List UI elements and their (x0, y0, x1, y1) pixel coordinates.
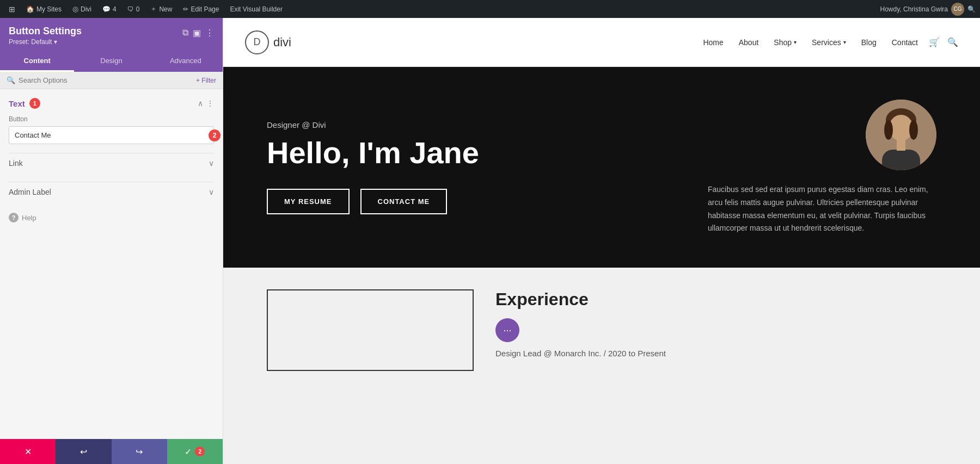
experience-subtitle: Design Lead @ Monarch Inc. / 2020 to Pre… (495, 349, 666, 358)
help-section[interactable]: ? Help (9, 213, 214, 222)
nav-search-icon[interactable]: 🔍 (947, 37, 958, 47)
hero-title: Hello, I'm Jane (267, 136, 479, 170)
website-preview: D divi Home About Shop ▾ Services ▾ (223, 18, 980, 464)
divi-logo-icon: ◎ (72, 5, 78, 13)
divi-menu[interactable]: ◎ Divi (68, 0, 96, 18)
resume-button[interactable]: MY RESUME (267, 189, 350, 214)
button-field-group: Button 2 (9, 115, 214, 144)
section-more-icon[interactable]: ⋮ (206, 99, 214, 108)
experience-section: Experience ··· Design Lead @ Monarch Inc… (223, 268, 980, 464)
main-layout: Button Settings Preset: Default ▾ ⧉ ▣ ⋮ … (0, 18, 980, 464)
experience-icon[interactable]: ··· (495, 318, 519, 342)
hero-description: Faucibus sed sed erat ipsum purus egesta… (708, 183, 936, 235)
admin-bar: ⊞ 🏠 My Sites ◎ Divi 💬 4 🗨 0 ＋ New ✏ Edit… (0, 0, 980, 18)
input-badge: 2 (209, 129, 220, 141)
layout-icon[interactable]: ▣ (193, 28, 201, 38)
new-button[interactable]: ＋ New (146, 0, 176, 18)
cancel-button[interactable]: ✕ (0, 439, 56, 464)
undo-button[interactable]: ↩ (56, 439, 111, 464)
nav-blog[interactable]: Blog (861, 38, 877, 47)
search-icon[interactable]: 🔍 (967, 5, 976, 13)
bottom-action-bar: ✕ ↩ ↪ ✓ 2 (0, 439, 223, 464)
admin-label-section: Admin Label ∨ (9, 182, 214, 202)
filter-button[interactable]: + Filter (196, 77, 216, 84)
search-icon: 🔍 (7, 76, 15, 84)
text-section-title: Text (9, 99, 25, 108)
panel-preset[interactable]: Preset: Default ▾ (9, 38, 82, 46)
bubble-icon: 🗨 (127, 5, 134, 13)
link-section-header[interactable]: Link ∨ (9, 153, 214, 173)
panel-header-icons: ⧉ ▣ ⋮ (182, 28, 214, 38)
link-section: Link ∨ (9, 153, 214, 173)
admin-bar-right: Howdy, Christina Gwira CG 🔍 (880, 3, 976, 16)
button-input-wrapper: 2 (9, 126, 214, 144)
panel-title: Button Settings (9, 26, 82, 37)
svg-rect-6 (897, 140, 905, 151)
redo-button[interactable]: ↪ (112, 439, 167, 464)
panel-header: Button Settings Preset: Default ▾ ⧉ ▣ ⋮ (0, 18, 223, 51)
search-bar: 🔍 + Filter (0, 72, 223, 89)
exit-visual-builder-button[interactable]: Exit Visual Builder (225, 0, 287, 18)
edit-icon: ✏ (183, 5, 188, 13)
comments-count[interactable]: 💬 4 (98, 0, 121, 18)
tab-content[interactable]: Content (0, 51, 74, 72)
nav-about[interactable]: About (739, 38, 759, 47)
hero-buttons: MY RESUME CONTACT ME (267, 189, 479, 214)
site-nav-links: Home About Shop ▾ Services ▾ Blog Contac (703, 38, 918, 47)
nav-home[interactable]: Home (703, 38, 723, 47)
exp-right: Experience ··· Design Lead @ Monarch Inc… (495, 289, 666, 358)
svg-point-3 (884, 120, 893, 140)
hero-left: Designer @ Divi Hello, I'm Jane MY RESUM… (267, 120, 479, 215)
admin-label-header[interactable]: Admin Label ∨ (9, 182, 214, 202)
link-section-title: Link (9, 159, 23, 168)
panel-tabs: Content Design Advanced (0, 51, 223, 72)
button-text-input[interactable] (9, 126, 214, 144)
my-sites-menu[interactable]: 🏠 My Sites (22, 0, 66, 18)
avatar-svg (866, 100, 936, 170)
exp-left-visual (267, 289, 474, 371)
comment-icon: 💬 (102, 5, 111, 13)
wp-logo[interactable]: ⊞ (4, 0, 20, 18)
save-badge: 2 (195, 447, 205, 456)
cart-icon[interactable]: 🛒 (929, 37, 940, 47)
link-chevron-icon[interactable]: ∨ (209, 159, 214, 168)
nav-contact[interactable]: Contact (892, 38, 918, 47)
plus-icon: ＋ (150, 4, 157, 14)
user-avatar[interactable]: CG (951, 3, 964, 16)
window-icon[interactable]: ⧉ (182, 28, 188, 38)
nav-services[interactable]: Services ▾ (812, 38, 846, 47)
contact-me-button[interactable]: CONTACT ME (360, 189, 448, 214)
button-field-label: Button (9, 115, 214, 123)
section-title-row: Text 1 (9, 98, 40, 109)
hero-right: Faucibus sed sed erat ipsum purus egesta… (708, 100, 936, 235)
site-logo: D divi (245, 30, 291, 54)
help-icon: ? (9, 213, 19, 222)
svg-point-4 (909, 120, 918, 140)
tab-advanced[interactable]: Advanced (149, 51, 223, 72)
hero-avatar (866, 100, 936, 170)
services-chevron-icon: ▾ (843, 39, 846, 45)
edit-page-button[interactable]: ✏ Edit Page (179, 0, 223, 18)
text-section-header: Text 1 ∧ ⋮ (9, 98, 214, 109)
home-icon: 🏠 (26, 5, 34, 13)
experience-title: Experience (495, 289, 666, 310)
bubble-count[interactable]: 🗨 0 (123, 0, 144, 18)
svg-rect-5 (882, 150, 920, 170)
left-panel: Button Settings Preset: Default ▾ ⧉ ▣ ⋮ … (0, 18, 223, 464)
admin-label-chevron-icon[interactable]: ∨ (209, 188, 214, 196)
collapse-icon[interactable]: ∧ (198, 99, 203, 108)
tab-design[interactable]: Design (74, 51, 148, 72)
nav-shop[interactable]: Shop ▾ (774, 38, 797, 47)
hero-section: Designer @ Divi Hello, I'm Jane MY RESUM… (223, 67, 980, 268)
text-badge: 1 (29, 98, 40, 109)
more-options-icon[interactable]: ⋮ (205, 28, 214, 38)
logo-circle: D (245, 30, 269, 54)
site-nav: D divi Home About Shop ▾ Services ▾ (223, 18, 980, 67)
save-button[interactable]: ✓ 2 (167, 439, 223, 464)
search-options-input[interactable] (19, 76, 193, 84)
admin-label-title: Admin Label (9, 188, 51, 196)
shop-chevron-icon: ▾ (794, 39, 797, 45)
hero-subtitle: Designer @ Divi (267, 120, 479, 129)
panel-title-group: Button Settings Preset: Default ▾ (9, 26, 82, 46)
section-controls: ∧ ⋮ (198, 99, 214, 108)
